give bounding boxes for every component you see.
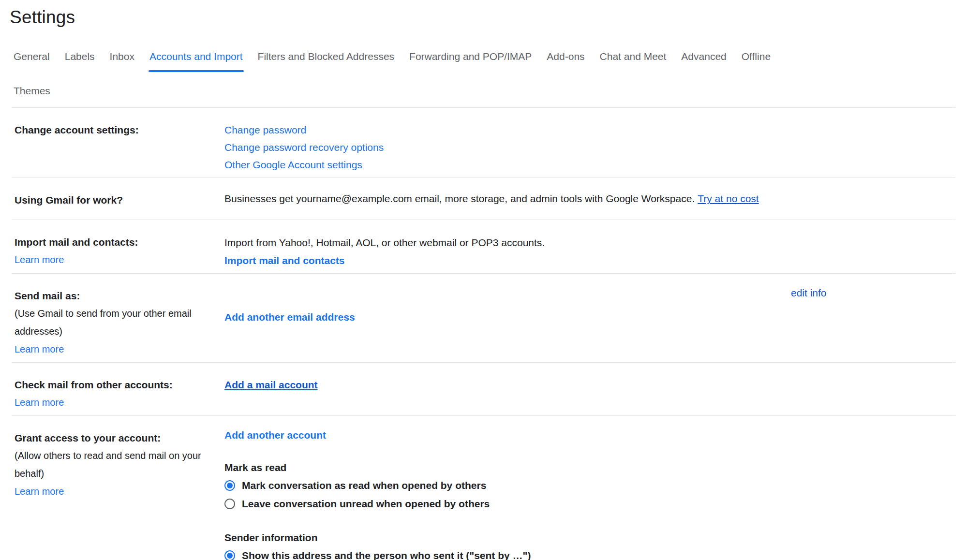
import-mail-and-contacts-link[interactable]: Import mail and contacts xyxy=(224,251,345,269)
tab-inbox[interactable]: Inbox xyxy=(110,50,134,73)
radio-selected-icon xyxy=(224,550,235,560)
sender-information-heading: Sender information xyxy=(224,531,955,544)
radio-option-label: Show this address and the person who sen… xyxy=(242,549,531,560)
radio-option-label: Leave conversation unread when opened by… xyxy=(242,497,490,510)
try-at-no-cost-link[interactable]: Try at no cost xyxy=(698,193,759,204)
settings-table: Change account settings: Change password… xyxy=(12,107,955,560)
work-label: Using Gmail for work? xyxy=(15,192,224,209)
tab-themes[interactable]: Themes xyxy=(14,85,50,107)
edit-info-link[interactable]: edit info xyxy=(791,287,827,298)
check-mail-label: Check mail from other accounts: xyxy=(15,376,224,394)
work-content: Businesses get yourname@example.com emai… xyxy=(224,192,955,209)
section-change-account-settings: Change account settings: Change password… xyxy=(12,107,955,177)
send-mail-as-right-col: edit info xyxy=(791,287,955,358)
import-label-col: Import mail and contacts: Learn more xyxy=(12,234,224,269)
change-account-label-col: Change account settings: xyxy=(12,121,224,174)
tab-add-ons[interactable]: Add-ons xyxy=(547,50,584,73)
radio-option-leave-conversation-unread[interactable]: Leave conversation unread when opened by… xyxy=(224,497,955,510)
import-label: Import mail and contacts: xyxy=(15,234,224,251)
change-account-content: Change password Change password recovery… xyxy=(224,121,955,174)
page-title: Settings xyxy=(10,7,967,28)
import-learn-more-link[interactable]: Learn more xyxy=(15,251,64,269)
check-mail-learn-more-link[interactable]: Learn more xyxy=(15,394,64,412)
tab-chat-and-meet[interactable]: Chat and Meet xyxy=(600,50,667,73)
change-password-recovery-options-link[interactable]: Change password recovery options xyxy=(224,139,955,156)
grant-access-content: Add another account Mark as read Mark co… xyxy=(224,429,955,560)
tab-general[interactable]: General xyxy=(14,50,50,73)
grant-access-learn-more-link[interactable]: Learn more xyxy=(15,483,64,501)
work-label-col: Using Gmail for work? xyxy=(12,192,224,209)
tab-labels[interactable]: Labels xyxy=(65,50,95,73)
tab-filters-and-blocked-addresses[interactable]: Filters and Blocked Addresses xyxy=(258,50,394,73)
mark-as-read-heading: Mark as read xyxy=(224,461,955,474)
tab-accounts-and-import[interactable]: Accounts and Import xyxy=(149,50,243,73)
gmail-settings-page: Settings General Labels Inbox Accounts a… xyxy=(0,7,967,560)
radio-option-mark-conversation-read[interactable]: Mark conversation as read when opened by… xyxy=(224,479,955,492)
radio-option-show-address-and-sender[interactable]: Show this address and the person who sen… xyxy=(224,549,955,560)
radio-unselected-icon xyxy=(224,499,235,509)
change-password-link[interactable]: Change password xyxy=(224,121,955,139)
other-google-account-settings-link[interactable]: Other Google Account settings xyxy=(224,156,955,174)
send-mail-as-content: Add another email address xyxy=(224,287,791,358)
send-mail-as-label: Send mail as: xyxy=(15,287,224,305)
import-content: Import from Yahoo!, Hotmail, AOL, or oth… xyxy=(224,234,955,269)
send-mail-as-label-col: Send mail as: (Use Gmail to send from yo… xyxy=(12,287,224,358)
tab-advanced[interactable]: Advanced xyxy=(681,50,726,73)
add-a-mail-account-link[interactable]: Add a mail account xyxy=(224,376,318,394)
section-import-mail-and-contacts: Import mail and contacts: Learn more Imp… xyxy=(12,220,955,273)
check-mail-content: Add a mail account xyxy=(224,376,955,412)
grant-access-note: (Allow others to read and send mail on y… xyxy=(15,447,207,483)
section-using-gmail-for-work: Using Gmail for work? Businesses get you… xyxy=(12,177,955,220)
add-another-account-link[interactable]: Add another account xyxy=(224,429,326,441)
section-grant-access: Grant access to your account: (Allow oth… xyxy=(12,415,955,560)
radio-option-label: Mark conversation as read when opened by… xyxy=(242,479,486,492)
tabs-row-2: Themes xyxy=(14,85,967,107)
section-check-mail-from-other-accounts: Check mail from other accounts: Learn mo… xyxy=(12,362,955,415)
import-description: Import from Yahoo!, Hotmail, AOL, or oth… xyxy=(224,234,955,251)
add-another-email-address-link[interactable]: Add another email address xyxy=(224,311,355,323)
send-mail-as-note: (Use Gmail to send from your other email… xyxy=(15,305,207,340)
send-mail-as-learn-more-link[interactable]: Learn more xyxy=(15,340,64,358)
settings-tabs: General Labels Inbox Accounts and Import… xyxy=(14,50,967,107)
tab-offline[interactable]: Offline xyxy=(742,50,771,73)
grant-access-label: Grant access to your account: xyxy=(15,429,224,447)
sender-information-radio-group: Show this address and the person who sen… xyxy=(224,549,955,560)
radio-selected-icon xyxy=(224,480,235,491)
check-mail-label-col: Check mail from other accounts: Learn mo… xyxy=(12,376,224,412)
section-send-mail-as: Send mail as: (Use Gmail to send from yo… xyxy=(12,273,955,362)
mark-as-read-radio-group: Mark conversation as read when opened by… xyxy=(224,479,955,510)
tabs-row-1: General Labels Inbox Accounts and Import… xyxy=(14,50,967,73)
work-description: Businesses get yourname@example.com emai… xyxy=(224,192,695,204)
change-account-label: Change account settings: xyxy=(15,121,224,139)
tab-forwarding-and-pop-imap[interactable]: Forwarding and POP/IMAP xyxy=(409,50,532,73)
grant-access-label-col: Grant access to your account: (Allow oth… xyxy=(12,429,224,560)
